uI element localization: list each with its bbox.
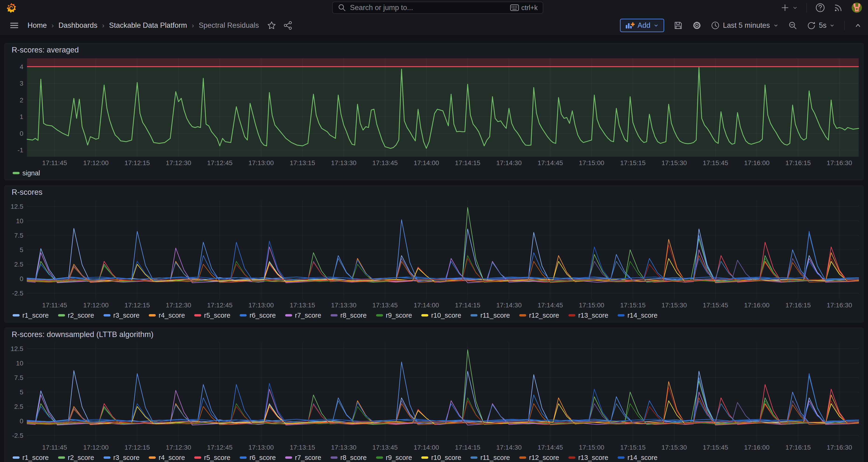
legend-series-label: r3_score [113, 454, 140, 462]
grafana-logo[interactable] [6, 3, 16, 13]
user-avatar[interactable] [852, 3, 862, 13]
svg-text:17:12:00: 17:12:00 [83, 444, 108, 451]
legend-item-r14_score[interactable]: r14_score [618, 312, 657, 319]
legend-series-color [618, 314, 625, 316]
legend-series-color [568, 314, 576, 316]
legend-item-r7_score[interactable]: r7_score [285, 312, 321, 319]
legend-item-r12_score[interactable]: r12_score [519, 312, 559, 319]
refresh-interval-label: 5s [819, 21, 827, 30]
panel-r-scores[interactable]: R-scores -2.502.557.51012.517:11:4517:12… [4, 185, 864, 322]
legend-item-r9_score[interactable]: r9_score [376, 454, 412, 462]
legend-item-r4_score[interactable]: r4_score [149, 454, 185, 462]
panel-header[interactable]: R-scores: downsampled (LTTB algorithm) [5, 328, 863, 341]
legend-series-color [331, 314, 338, 316]
timeseries-chart-scores[interactable]: -2.502.557.51012.517:11:4517:12:0017:12:… [5, 199, 863, 310]
svg-text:17:15:45: 17:15:45 [703, 302, 728, 309]
search-input[interactable]: Search or jump to... ctrl+k [332, 2, 543, 14]
legend-item-r1_score[interactable]: r1_score [12, 454, 49, 462]
breadcrumb-dashboards[interactable]: Dashboards [59, 21, 97, 30]
legend-series-label: r13_score [578, 454, 608, 462]
refresh-picker[interactable]: 5s [807, 21, 835, 30]
legend-item-r2_score[interactable]: r2_score [58, 454, 94, 462]
legend-item-r7_score[interactable]: r7_score [285, 454, 321, 462]
timeseries-chart-averaged[interactable]: -10123417:11:4517:12:0017:12:1517:12:301… [5, 56, 863, 168]
add-button[interactable]: Add [620, 19, 664, 32]
svg-text:-2.5: -2.5 [12, 432, 23, 439]
legend-item-r2_score[interactable]: r2_score [58, 312, 94, 319]
legend-series-label: r1_score [22, 454, 49, 462]
svg-text:17:15:15: 17:15:15 [620, 302, 646, 309]
legend-item-r11_score[interactable]: r11_score [470, 454, 510, 462]
svg-text:17:13:15: 17:13:15 [290, 302, 315, 309]
legend-item-r10_score[interactable]: r10_score [421, 454, 461, 462]
legend-item-r3_score[interactable]: r3_score [103, 454, 140, 462]
chevron-down-icon [773, 23, 779, 28]
save-dashboard-icon[interactable] [674, 21, 683, 30]
panel-header[interactable]: R-scores [5, 186, 863, 199]
zoom-out-time-icon[interactable] [788, 21, 797, 30]
legend-item-r10_score[interactable]: r10_score [421, 312, 461, 319]
refresh-icon[interactable] [807, 21, 816, 30]
legend-item-r11_score[interactable]: r11_score [470, 312, 510, 319]
svg-text:17:13:15: 17:13:15 [290, 444, 315, 451]
timeseries-chart-downsampled[interactable]: -2.502.557.51012.517:11:4517:12:0017:12:… [5, 341, 863, 453]
time-range-picker[interactable]: Last 5 minutes [711, 21, 779, 30]
legend-item-r13_score[interactable]: r13_score [568, 312, 608, 319]
panel-r-scores-downsampled[interactable]: R-scores: downsampled (LTTB algorithm) -… [4, 328, 864, 462]
svg-text:10: 10 [16, 360, 23, 367]
legend: r1_scorer2_scorer3_scorer4_scorer5_score… [5, 453, 863, 462]
legend-item-r8_score[interactable]: r8_score [331, 454, 367, 462]
svg-text:17:13:45: 17:13:45 [372, 302, 398, 309]
legend-item-r3_score[interactable]: r3_score [103, 312, 140, 319]
breadcrumb-home[interactable]: Home [28, 21, 47, 30]
time-range-label: Last 5 minutes [723, 21, 770, 30]
legend-item-r13_score[interactable]: r13_score [568, 454, 608, 462]
legend-item-signal[interactable]: signal [12, 169, 40, 177]
svg-text:17:15:15: 17:15:15 [620, 159, 646, 166]
panel-header[interactable]: R-scores: averaged [5, 43, 863, 56]
svg-text:17:11:45: 17:11:45 [42, 302, 67, 309]
legend-item-r5_score[interactable]: r5_score [194, 312, 230, 319]
mega-menu-toggle[interactable] [9, 21, 19, 30]
legend-series-color [240, 456, 247, 459]
svg-text:0: 0 [20, 418, 23, 425]
breadcrumb-current-dashboard[interactable]: Spectral Residuals [199, 21, 259, 30]
svg-text:17:16:30: 17:16:30 [827, 444, 852, 451]
legend-item-r1_score[interactable]: r1_score [12, 312, 49, 319]
collapse-toolbar-icon[interactable] [854, 22, 862, 29]
topbar-divider [806, 3, 807, 12]
panel-r-scores-averaged[interactable]: R-scores: averaged -10123417:11:4517:12:… [4, 43, 864, 180]
legend-item-r8_score[interactable]: r8_score [331, 312, 367, 319]
svg-text:17:13:15: 17:13:15 [290, 159, 315, 166]
svg-text:17:12:15: 17:12:15 [124, 159, 150, 166]
legend-series-color [331, 456, 338, 459]
legend-item-r14_score[interactable]: r14_score [618, 454, 657, 462]
legend-item-r12_score[interactable]: r12_score [519, 454, 559, 462]
svg-text:17:16:15: 17:16:15 [785, 302, 811, 309]
new-menu-button[interactable] [780, 3, 798, 12]
news-icon[interactable] [834, 3, 843, 12]
svg-text:7.5: 7.5 [14, 374, 23, 381]
svg-text:5: 5 [20, 389, 23, 396]
shortcut-text: ctrl+k [521, 4, 538, 12]
legend-item-r4_score[interactable]: r4_score [149, 312, 185, 319]
dashboard-settings-icon[interactable] [692, 21, 702, 30]
panel-title: R-scores [12, 188, 42, 196]
svg-text:17:13:00: 17:13:00 [248, 159, 274, 166]
svg-text:17:14:45: 17:14:45 [538, 444, 563, 451]
breadcrumb-folder[interactable]: Stackable Data Platform [109, 21, 187, 30]
legend-item-r5_score[interactable]: r5_score [194, 454, 230, 462]
help-icon[interactable] [815, 3, 825, 12]
legend-item-r6_score[interactable]: r6_score [240, 454, 276, 462]
share-icon[interactable] [283, 21, 292, 30]
legend-series-label: r4_score [159, 454, 185, 462]
legend-item-r9_score[interactable]: r9_score [376, 312, 412, 319]
favorite-star-icon[interactable] [267, 21, 276, 30]
svg-text:17:16:15: 17:16:15 [785, 159, 811, 166]
svg-text:17:14:30: 17:14:30 [496, 159, 522, 166]
svg-text:17:14:00: 17:14:00 [413, 159, 439, 166]
legend-series-label: r8_score [340, 454, 367, 462]
legend-series-color [285, 456, 292, 459]
legend-item-r6_score[interactable]: r6_score [240, 312, 276, 319]
legend: r1_scorer2_scorer3_scorer4_scorer5_score… [5, 310, 863, 320]
